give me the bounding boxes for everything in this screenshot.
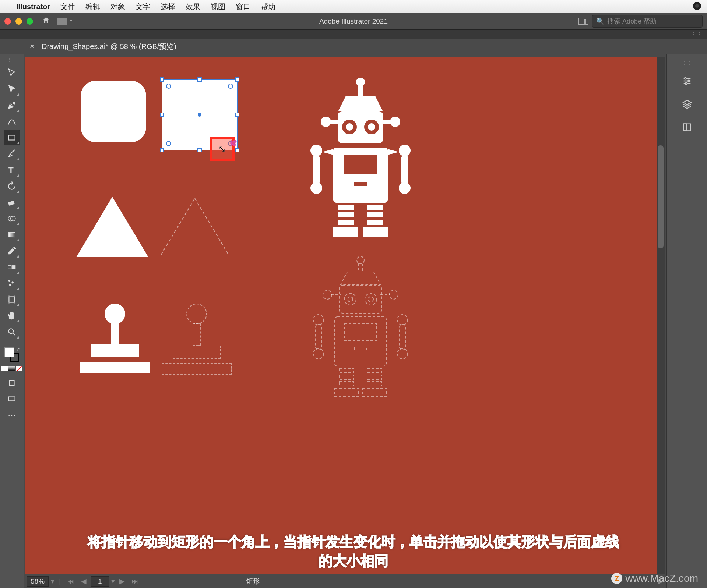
menu-edit[interactable]: 编辑 — [85, 2, 100, 12]
workspace-switcher[interactable] — [57, 18, 67, 25]
menu-view[interactable]: 视图 — [211, 2, 225, 12]
resize-handle-mr[interactable] — [235, 113, 239, 117]
control-bar-grip-right: ⋮⋮ — [691, 31, 703, 37]
rounded-square-shape[interactable] — [81, 81, 146, 142]
menu-help[interactable]: 帮助 — [261, 2, 275, 12]
close-window-button[interactable] — [4, 18, 11, 25]
svg-rect-56 — [355, 347, 366, 350]
fill-swatch[interactable] — [4, 347, 14, 357]
svg-rect-35 — [338, 205, 354, 210]
pen-tool[interactable] — [4, 98, 20, 113]
fill-stroke-swatch[interactable]: ⤢ — [4, 347, 20, 363]
screen-mode[interactable] — [4, 392, 20, 407]
svg-point-34 — [399, 182, 411, 194]
svg-rect-68 — [367, 382, 382, 386]
corner-widget-tl[interactable] — [166, 84, 171, 89]
rotate-tool[interactable] — [4, 178, 20, 194]
artboard-prev-button[interactable]: ◀ — [79, 577, 89, 585]
dock-grip[interactable]: ⋮⋮ — [682, 60, 692, 65]
artboard-dropdown-icon[interactable]: ▾ — [111, 577, 115, 585]
symbol-sprayer-tool[interactable] — [4, 276, 20, 291]
edit-toolbar[interactable]: ⋯ — [4, 408, 20, 423]
selection-tool[interactable] — [4, 65, 20, 81]
control-bar: ⋮⋮ ⋮⋮ — [0, 29, 707, 39]
watermark: Z www.MacZ.com — [611, 573, 698, 584]
svg-rect-65 — [339, 382, 354, 386]
svg-rect-28 — [354, 182, 367, 186]
properties-panel-icon[interactable] — [682, 76, 692, 89]
swap-fill-stroke-icon[interactable]: ⤢ — [16, 347, 20, 352]
artboard-first-button[interactable]: ⏮ — [65, 577, 77, 585]
resize-handle-br[interactable] — [235, 148, 239, 152]
joystick-solid[interactable] — [80, 304, 150, 373]
close-tab-button[interactable]: ✕ — [29, 42, 35, 50]
toolbar-grip[interactable]: ⋮⋮ — [7, 57, 17, 62]
panel-toggle-icon[interactable] — [578, 18, 588, 25]
eraser-tool[interactable] — [4, 195, 20, 210]
artboard-number[interactable]: 1 — [91, 576, 109, 587]
menu-type[interactable]: 文字 — [136, 2, 150, 12]
resize-handle-ml[interactable] — [160, 113, 164, 117]
svg-point-10 — [10, 284, 11, 286]
color-mode-row — [1, 366, 22, 371]
curvature-tool[interactable] — [4, 114, 20, 129]
shape-builder-tool[interactable] — [4, 211, 20, 226]
color-mode-solid[interactable] — [1, 366, 8, 371]
minimize-window-button[interactable] — [15, 18, 22, 25]
rectangle-tool[interactable] — [4, 130, 20, 145]
vertical-scrollbar[interactable] — [657, 57, 665, 574]
zoom-dropdown-icon[interactable]: ▾ — [51, 577, 54, 585]
resize-handle-tm[interactable] — [197, 77, 202, 82]
menu-effect[interactable]: 效果 — [186, 2, 200, 12]
direct-selection-tool[interactable] — [4, 81, 20, 97]
zoom-tool[interactable] — [4, 324, 20, 340]
resize-handle-tr[interactable] — [235, 77, 239, 82]
app-name[interactable]: Illustrator — [16, 3, 50, 11]
svg-rect-75 — [683, 124, 686, 131]
menu-object[interactable]: 对象 — [110, 2, 125, 12]
home-icon[interactable] — [42, 16, 50, 26]
hand-tool[interactable] — [4, 308, 20, 323]
draw-mode-normal[interactable] — [4, 375, 20, 391]
artboard-canvas[interactable]: ⤡ 锚 — [25, 57, 665, 574]
joystick-dashed[interactable] — [162, 304, 232, 375]
svg-rect-40 — [367, 220, 383, 225]
svg-point-12 — [8, 329, 13, 333]
status-bar: 58% ▾ | ⏮ ◀ 1 ▾ ▶ ⏭ 矩形 ▶ — [24, 574, 666, 588]
robot-dashed[interactable] — [291, 252, 430, 410]
blend-tool[interactable] — [4, 259, 20, 275]
resize-handle-bl[interactable] — [160, 148, 164, 152]
help-search-input[interactable]: 🔍 搜索 Adobe 帮助 — [592, 15, 703, 28]
zoom-level[interactable]: 58% — [27, 576, 49, 587]
artboard-next-button[interactable]: ▶ — [117, 577, 127, 585]
triangle-solid[interactable] — [76, 197, 148, 257]
menu-file[interactable]: 文件 — [60, 2, 75, 12]
app-titlebar: Adobe Illustrator 2021 🔍 搜索 Adobe 帮助 — [0, 13, 707, 29]
color-mode-none[interactable] — [16, 366, 22, 371]
svg-rect-54 — [335, 317, 386, 366]
scrollbar-thumb[interactable] — [658, 145, 664, 248]
svg-point-9 — [12, 282, 13, 283]
triangle-dashed[interactable] — [158, 195, 232, 258]
eyedropper-tool[interactable] — [4, 243, 20, 259]
type-tool[interactable]: T — [4, 162, 20, 178]
resize-handle-tl[interactable] — [160, 77, 164, 82]
svg-rect-7 — [12, 266, 15, 269]
paintbrush-tool[interactable] — [4, 146, 20, 162]
svg-point-71 — [685, 78, 686, 79]
document-tab-label[interactable]: Drawing_Shapes.ai* @ 58 % (RGB/预览) — [42, 42, 176, 52]
artboard-last-button[interactable]: ⏭ — [129, 577, 141, 585]
menu-window[interactable]: 窗口 — [236, 2, 250, 12]
gradient-tool[interactable] — [4, 227, 20, 242]
artboard-tool[interactable] — [4, 292, 20, 307]
robot-solid[interactable] — [291, 72, 430, 248]
resize-handle-bm[interactable] — [197, 148, 202, 152]
maximize-window-button[interactable] — [27, 18, 33, 25]
svg-point-57 — [313, 315, 324, 325]
corner-widget-bl[interactable] — [166, 141, 171, 146]
color-mode-gradient[interactable] — [8, 366, 15, 371]
libraries-panel-icon[interactable] — [682, 122, 692, 135]
menu-select[interactable]: 选择 — [161, 2, 175, 12]
layers-panel-icon[interactable] — [682, 99, 692, 112]
corner-widget-tr[interactable] — [228, 84, 233, 89]
